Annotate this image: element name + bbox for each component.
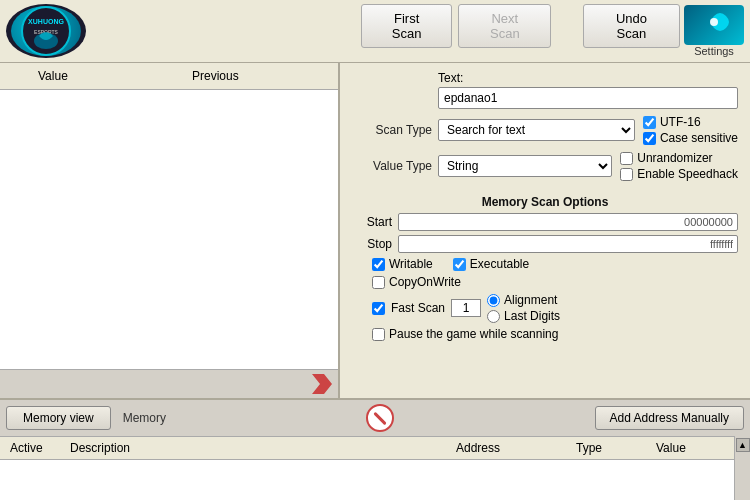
writable-option: Writable <box>372 257 433 271</box>
copy-on-write-row: CopyOnWrite <box>372 275 738 289</box>
memory-scan-section: Memory Scan Options Start Stop Writable … <box>352 189 738 341</box>
start-label: Start <box>352 215 392 229</box>
utf16-row: UTF-16 <box>643 115 738 129</box>
memory-scan-title: Memory Scan Options <box>352 195 738 209</box>
svg-point-4 <box>710 18 718 26</box>
scrollbar[interactable]: ▲ <box>734 436 750 500</box>
alignment-label: Alignment <box>504 293 557 307</box>
scan-type-row: Scan Type Search for text Exact Value Bi… <box>352 115 738 145</box>
last-digits-row: Last Digits <box>487 309 560 323</box>
logo-text: XUHUONG ESPORTS <box>11 6 81 56</box>
fast-scan-label: Fast Scan <box>391 301 445 315</box>
add-address-button[interactable]: Add Address Manually <box>595 406 744 430</box>
right-panel: Text: Scan Type Search for text Exact Va… <box>340 63 750 398</box>
addr-table-body <box>0 460 734 500</box>
stop-label: Stop <box>352 237 392 251</box>
settings-icon <box>684 5 744 45</box>
col-value-header: Value <box>30 65 184 87</box>
writable-label: Writable <box>389 257 433 271</box>
settings-label: Settings <box>694 45 734 57</box>
bottom-section: Memory view Memory Add Address Manually … <box>0 398 750 500</box>
addr-table-header: Active Description Address Type Value <box>0 436 734 460</box>
stop-input[interactable] <box>398 235 738 253</box>
active-col-header: Active <box>4 439 64 457</box>
alignment-radio[interactable] <box>487 294 500 307</box>
start-row: Start <box>352 213 738 231</box>
unrandomizer-label: Unrandomizer <box>637 151 712 165</box>
no-line <box>374 411 387 424</box>
value-type-label: Value Type <box>352 159 432 173</box>
logo: XUHUONG ESPORTS <box>6 4 86 58</box>
left-panel: Value Previous <box>0 63 340 398</box>
start-input[interactable] <box>398 213 738 231</box>
settings-area: Settings <box>684 5 744 57</box>
text-field-label: Text: <box>352 71 738 85</box>
last-digits-label: Last Digits <box>504 309 560 323</box>
fast-scan-row: Fast Scan Alignment Last Digits <box>372 293 738 323</box>
text-search-input[interactable] <box>438 87 738 109</box>
col-spacer <box>0 65 30 87</box>
stop-row: Stop <box>352 235 738 253</box>
speedhack-row: Enable Speedhack <box>620 167 738 181</box>
alignment-row: Alignment <box>487 293 560 307</box>
writable-executable-row: Writable Executable <box>372 257 738 271</box>
case-sensitive-label: Case sensitive <box>660 131 738 145</box>
svg-text:XUHUONG: XUHUONG <box>28 18 64 25</box>
case-sensitive-checkbox[interactable] <box>643 132 656 145</box>
toolbar: XUHUONG ESPORTS First Scan Next Scan Und… <box>0 0 750 63</box>
description-col-header: Description <box>64 439 450 457</box>
text-input-row <box>352 87 738 109</box>
fast-scan-checkbox[interactable] <box>372 302 385 315</box>
arrow-down-icon[interactable] <box>312 374 332 394</box>
results-body <box>0 90 338 369</box>
last-digits-radio[interactable] <box>487 310 500 323</box>
copyonwrite-option: CopyOnWrite <box>372 275 461 289</box>
main-content: Value Previous Text: Scan Type Search fo… <box>0 63 750 398</box>
pause-label: Pause the game while scanning <box>389 327 558 341</box>
case-sensitive-row: Case sensitive <box>643 131 738 145</box>
speedhack-label: Enable Speedhack <box>637 167 738 181</box>
writable-checkbox[interactable] <box>372 258 385 271</box>
alignment-radio-group: Alignment Last Digits <box>487 293 560 323</box>
memory-view-button[interactable]: Memory view <box>6 406 111 430</box>
value-col-header: Value <box>650 439 730 457</box>
utf16-case-options: UTF-16 Case sensitive <box>643 115 738 145</box>
no-icon[interactable] <box>366 404 394 432</box>
utf16-checkbox[interactable] <box>643 116 656 129</box>
utf16-label: UTF-16 <box>660 115 701 129</box>
address-col-header: Address <box>450 439 570 457</box>
next-scan-button[interactable]: Next Scan <box>458 4 551 48</box>
unrandomizer-checkbox[interactable] <box>620 152 633 165</box>
scan-type-label: Scan Type <box>352 123 432 137</box>
arrow-area <box>0 369 338 398</box>
memory-bar: Memory view Memory Add Address Manually <box>0 398 750 436</box>
unrand-speedhack-options: Unrandomizer Enable Speedhack <box>620 151 738 181</box>
pause-row: Pause the game while scanning <box>372 327 738 341</box>
fast-scan-number-input[interactable] <box>451 299 481 317</box>
copyonwrite-label: CopyOnWrite <box>389 275 461 289</box>
memory-label: Memory <box>123 411 166 425</box>
scan-type-select[interactable]: Search for text Exact Value Bigger than.… <box>438 119 635 141</box>
undo-scan-button[interactable]: Undo Scan <box>583 4 680 48</box>
copyonwrite-checkbox[interactable] <box>372 276 385 289</box>
results-header: Value Previous <box>0 63 338 90</box>
value-type-row: Value Type String Byte 4 Bytes Float Unr… <box>352 151 738 181</box>
executable-label: Executable <box>470 257 529 271</box>
pause-checkbox[interactable] <box>372 328 385 341</box>
speedhack-checkbox[interactable] <box>620 168 633 181</box>
executable-option: Executable <box>453 257 529 271</box>
executable-checkbox[interactable] <box>453 258 466 271</box>
type-col-header: Type <box>570 439 650 457</box>
first-scan-button[interactable]: First Scan <box>361 4 452 48</box>
value-type-select[interactable]: String Byte 4 Bytes Float <box>438 155 612 177</box>
scan-buttons: First Scan Next Scan Undo Scan <box>361 4 680 48</box>
unrandomizer-row: Unrandomizer <box>620 151 738 165</box>
col-previous-header: Previous <box>184 65 338 87</box>
